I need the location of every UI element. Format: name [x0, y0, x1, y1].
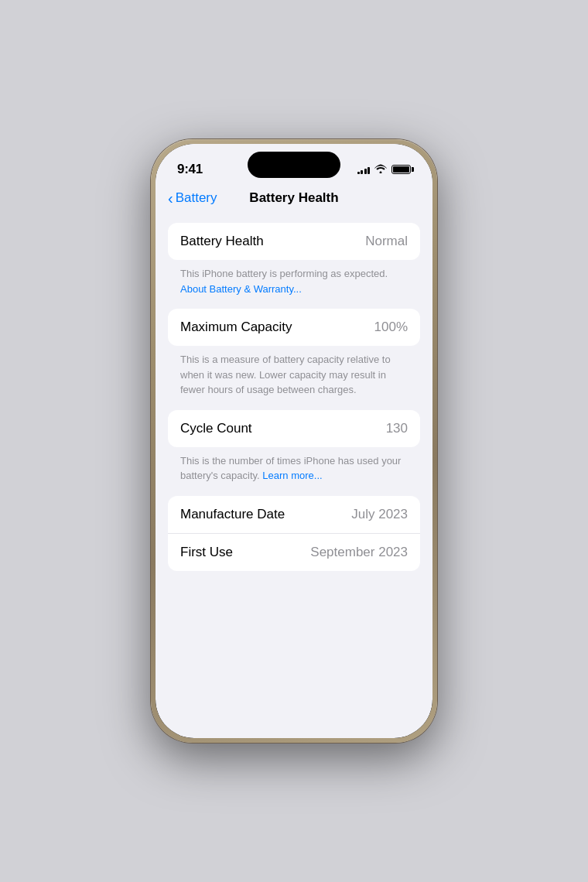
back-chevron-icon: ‹ [168, 190, 173, 206]
dates-section: Manufacture Date July 2023 First Use Sep… [168, 496, 420, 571]
max-capacity-card: Maximum Capacity 100% [168, 309, 420, 346]
max-capacity-value: 100% [374, 320, 408, 335]
battery-health-section: Battery Health Normal This iPhone batter… [168, 223, 420, 296]
back-button[interactable]: ‹ Battery [168, 190, 217, 206]
back-label: Battery [176, 190, 217, 206]
signal-icon [357, 165, 371, 174]
content-area: Battery Health Normal This iPhone batter… [156, 214, 432, 738]
nav-bar: ‹ Battery Battery Health [156, 184, 432, 214]
max-capacity-row: Maximum Capacity 100% [168, 309, 420, 346]
phone-inner: 9:41 [156, 144, 432, 738]
cycle-count-card: Cycle Count 130 [168, 410, 420, 447]
battery-health-value: Normal [365, 234, 408, 249]
max-capacity-note: This is a measure of battery capacity re… [168, 346, 420, 398]
wifi-icon [374, 163, 387, 176]
cycle-count-label: Cycle Count [180, 421, 252, 436]
battery-icon [391, 165, 411, 174]
signal-bar-4 [368, 167, 370, 174]
cycle-count-section: Cycle Count 130 This is the number of ti… [168, 410, 420, 484]
status-time: 9:41 [177, 162, 203, 177]
first-use-label: First Use [180, 545, 233, 560]
cycle-count-note: This is the number of times iPhone has u… [168, 447, 420, 484]
max-capacity-note-text: This is a measure of battery capacity re… [180, 354, 391, 395]
cycle-count-row: Cycle Count 130 [168, 410, 420, 447]
nav-title: Battery Health [249, 190, 338, 206]
max-capacity-section: Maximum Capacity 100% This is a measure … [168, 309, 420, 398]
dynamic-island [248, 152, 340, 178]
first-use-value: September 2023 [310, 545, 408, 560]
manufacture-date-value: July 2023 [351, 507, 408, 522]
status-icons [357, 163, 412, 176]
phone-frame: 9:41 [151, 139, 437, 743]
battery-health-note: This iPhone battery is performing as exp… [168, 260, 420, 296]
signal-bar-2 [361, 170, 363, 174]
dates-card: Manufacture Date July 2023 First Use Sep… [168, 496, 420, 571]
screen: 9:41 [156, 144, 432, 738]
max-capacity-label: Maximum Capacity [180, 320, 292, 335]
manufacture-date-label: Manufacture Date [180, 507, 285, 522]
battery-fill [393, 166, 409, 173]
signal-bar-3 [364, 169, 367, 174]
battery-health-note-text: This iPhone battery is performing as exp… [180, 268, 388, 279]
battery-health-row: Battery Health Normal [168, 223, 420, 260]
manufacture-date-row: Manufacture Date July 2023 [168, 496, 420, 533]
battery-warranty-link[interactable]: About Battery & Warranty... [180, 283, 302, 295]
battery-health-card: Battery Health Normal [168, 223, 420, 260]
status-bar: 9:41 [156, 144, 432, 184]
signal-bar-1 [357, 172, 360, 174]
cycle-count-value: 130 [386, 421, 408, 436]
battery-health-label: Battery Health [180, 234, 264, 249]
first-use-row: First Use September 2023 [168, 533, 420, 571]
cycle-count-learn-more-link[interactable]: Learn more... [262, 470, 322, 481]
